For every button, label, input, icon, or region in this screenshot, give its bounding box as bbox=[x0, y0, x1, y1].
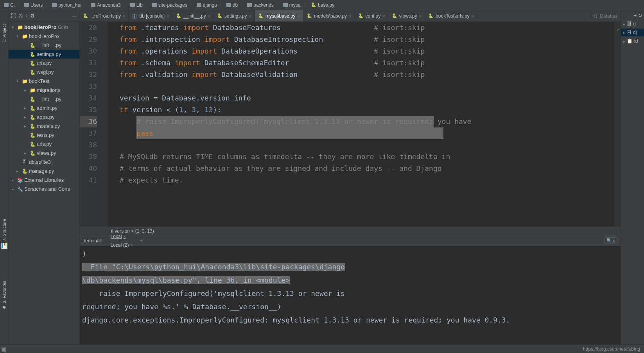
tab-close-icon[interactable]: × bbox=[419, 14, 422, 18]
editor-tab[interactable]: 🐍mysql\base.py× bbox=[255, 10, 303, 22]
tree-node[interactable]: 🐍__init__.py bbox=[9, 41, 79, 50]
terminal-tabs: Terminal: Local×Local (2)× + 🔍 g bbox=[80, 235, 621, 246]
right-tool-dock: + ↻ ▸🗄d▸🗄dj▸📋id bbox=[621, 10, 644, 344]
target-icon[interactable]: ◎ bbox=[18, 13, 23, 19]
editor-tab[interactable]: 🐍conf.py× bbox=[355, 10, 389, 22]
tree-node[interactable]: ▸🐍views.py bbox=[9, 149, 79, 158]
inspection-gutter[interactable]: ✔ bbox=[614, 22, 621, 226]
gear-icon[interactable]: ⚙ bbox=[30, 13, 35, 19]
breadcrumb-item[interactable]: 🐍base.py bbox=[309, 2, 336, 9]
dock-project[interactable]: 1: 1: ProjectProject bbox=[1, 22, 7, 45]
editor-column: 🐍...roPro\urls.py×db [console]×🐍__init__… bbox=[80, 10, 621, 344]
editor-tab[interactable]: 🐍bookTest\urls.py× bbox=[425, 10, 477, 22]
tree-node[interactable]: ▸🐍manage.py bbox=[9, 167, 79, 176]
editor-tab[interactable]: 🐍__init__.py× bbox=[173, 10, 214, 22]
terminal-add-icon[interactable]: + bbox=[140, 238, 143, 244]
status-bar: https://blog.csdn.net/ifubing bbox=[0, 344, 644, 353]
tab-close-icon[interactable]: × bbox=[349, 14, 351, 18]
tab-list-icon[interactable]: ≡1 bbox=[592, 13, 598, 19]
right-dock-item[interactable]: ▸📋id bbox=[621, 37, 644, 45]
expand-icon[interactable]: ⛶ bbox=[11, 13, 16, 19]
terminal-tab[interactable]: Local× bbox=[108, 232, 136, 241]
tab-close-icon[interactable]: × bbox=[298, 14, 300, 18]
project-tree-panel: ⛶ ◎ ÷ ⚙ — ▾📁bookHeroPro G:\b▾📁bookHeroPr… bbox=[9, 10, 80, 344]
tree-node[interactable]: ▸🐍admin.py bbox=[9, 104, 79, 113]
right-dock-item[interactable]: ▸🗄dj bbox=[621, 29, 644, 36]
editor-tab[interactable]: 🐍views.py× bbox=[389, 10, 425, 22]
refresh-icon[interactable]: ↻ bbox=[638, 13, 642, 18]
tab-close-icon[interactable]: × bbox=[249, 14, 251, 18]
tab-close-icon[interactable]: × bbox=[382, 14, 385, 18]
tree-node[interactable]: ▾📁bookHeroPro G:\b bbox=[9, 23, 79, 32]
breadcrumb-item[interactable]: Lib bbox=[129, 2, 144, 9]
project-toolbar: ⛶ ◎ ÷ ⚙ — bbox=[9, 10, 79, 22]
code-content[interactable]: from .features import DatabaseFeatures #… bbox=[108, 22, 614, 226]
hide-icon[interactable]: — bbox=[72, 13, 77, 19]
tree-node[interactable]: ▸📚External Libraries bbox=[9, 176, 79, 185]
add-icon[interactable]: + bbox=[633, 13, 637, 18]
breadcrumb-item[interactable]: django bbox=[195, 2, 219, 9]
inspection-ok-icon: ✔ bbox=[617, 23, 620, 35]
tree-node[interactable]: ▸🐍models.py bbox=[9, 122, 79, 131]
dock-structure[interactable]: 📊 7: Structure bbox=[0, 217, 8, 251]
fold-column[interactable] bbox=[102, 22, 108, 226]
tree-node[interactable]: ▾📁bookHeroPro bbox=[9, 32, 79, 41]
editor-tab[interactable]: 🐍settings.py× bbox=[214, 10, 255, 22]
tree-node[interactable]: ▾📁bookTest bbox=[9, 77, 79, 86]
tree-node[interactable]: ▸📁migrations bbox=[9, 86, 79, 95]
breadcrumb-item[interactable]: backends bbox=[246, 2, 275, 9]
tool-window-icon[interactable]: ▣ bbox=[1, 346, 6, 352]
collapse-icon[interactable]: ÷ bbox=[25, 13, 28, 19]
breadcrumb-item[interactable]: mysql bbox=[282, 2, 303, 9]
editor-tab[interactable]: 🐍...roPro\urls.py× bbox=[80, 10, 129, 22]
terminal-output[interactable]: ) File "C:\Users\python_hui\Anaconda3\li… bbox=[80, 246, 621, 344]
breadcrumb-item[interactable]: C: bbox=[2, 2, 16, 9]
breadcrumb-item[interactable]: site-packages bbox=[151, 2, 189, 9]
tab-close-icon[interactable]: × bbox=[472, 14, 474, 18]
editor-tab[interactable]: 🐍models\base.py× bbox=[303, 10, 355, 22]
right-dock-item[interactable]: ▸🗄d bbox=[621, 20, 644, 28]
tree-node[interactable]: ▸🐍apps.py bbox=[9, 113, 79, 122]
terminal-tab-close-icon[interactable]: × bbox=[123, 234, 126, 239]
tree-node[interactable]: 🗄db.sqlite3 bbox=[9, 158, 79, 167]
file-tree[interactable]: ▾📁bookHeroPro G:\b▾📁bookHeroPro🐍__init__… bbox=[9, 22, 79, 344]
tree-node[interactable]: 🐍tests.py bbox=[9, 131, 79, 140]
breadcrumb-item[interactable]: Users bbox=[23, 2, 44, 9]
line-gutter: 2829303132333435363738394041 bbox=[80, 22, 102, 226]
tree-node[interactable]: 🐍__init__.py bbox=[9, 95, 79, 104]
terminal-panel: Terminal: Local×Local (2)× + 🔍 g ) File … bbox=[80, 235, 621, 344]
tab-close-icon[interactable]: × bbox=[208, 14, 210, 18]
tree-node[interactable]: 🐍settings.py bbox=[9, 50, 79, 59]
tab-close-icon[interactable]: × bbox=[167, 14, 169, 18]
breadcrumb-item[interactable]: Anaconda3 bbox=[89, 2, 122, 9]
tree-node[interactable]: 🐍urls.py bbox=[9, 59, 79, 68]
breadcrumb-nav: C:〉Users〉python_hui〉Anaconda3〉Lib〉site-p… bbox=[0, 0, 644, 10]
tree-node[interactable]: ▸🔧Scratches and Cons bbox=[9, 185, 79, 194]
database-tool-label[interactable]: Databas bbox=[600, 13, 617, 19]
tab-close-icon[interactable]: × bbox=[123, 14, 125, 18]
tree-node[interactable]: 🐍urls.py bbox=[9, 140, 79, 149]
terminal-search[interactable]: 🔍 g bbox=[605, 237, 617, 244]
status-url: https://blog.csdn.net/ifubing bbox=[583, 346, 640, 352]
tree-node[interactable]: 🐍wsgi.py bbox=[9, 68, 79, 77]
code-crumb-bar[interactable]: if version < (1, 3, 13) bbox=[80, 226, 621, 235]
terminal-label: Terminal: bbox=[83, 238, 102, 244]
dock-favorites[interactable]: ★ 2: Favorites bbox=[0, 278, 8, 313]
breadcrumb-item[interactable]: python_hui bbox=[50, 2, 83, 9]
editor-tabs: 🐍...roPro\urls.py×db [console]×🐍__init__… bbox=[80, 10, 621, 22]
breadcrumb-item[interactable]: db bbox=[225, 2, 239, 9]
code-editor[interactable]: 2829303132333435363738394041 from .featu… bbox=[80, 22, 621, 226]
editor-tab[interactable]: db [console]× bbox=[129, 10, 172, 22]
